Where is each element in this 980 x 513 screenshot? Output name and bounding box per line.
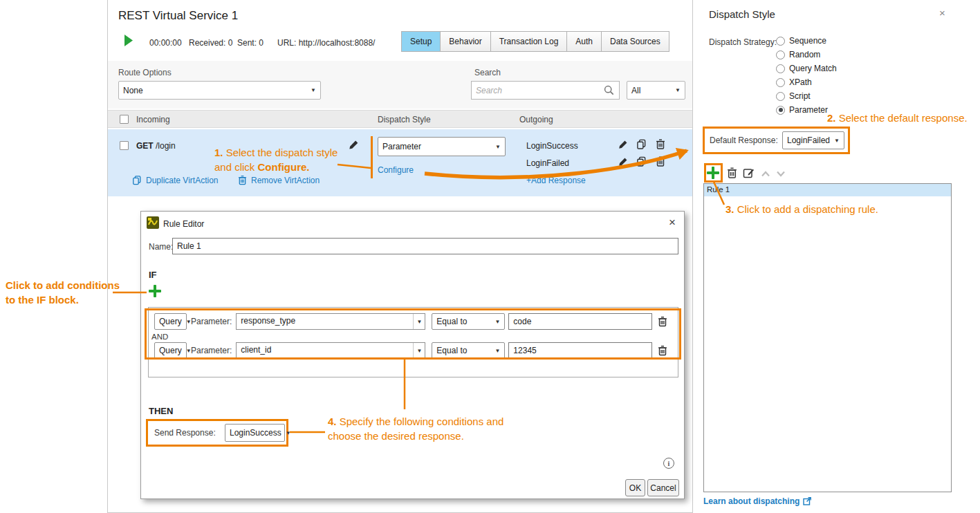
edit-response-button[interactable] xyxy=(618,140,628,149)
remove-virtaction-button[interactable]: Remove VirtAction xyxy=(238,175,320,185)
add-response-link[interactable]: +Add Response xyxy=(526,176,586,185)
operator-select[interactable]: Equal to ▼ xyxy=(432,342,505,359)
default-response-select[interactable]: LoginFailed ▼ xyxy=(782,131,844,149)
plus-icon xyxy=(707,167,719,179)
condition-source-select[interactable]: Query ▼ xyxy=(154,313,187,330)
strategy-option-random[interactable]: Random xyxy=(776,50,820,59)
edit-operation-button[interactable] xyxy=(349,140,359,150)
copy-response-button[interactable] xyxy=(636,139,647,149)
row-checkbox[interactable] xyxy=(120,141,129,150)
annotation-step2: 2. Select the default response. xyxy=(827,111,968,125)
column-dispatch-style: Dispatch Style xyxy=(378,115,431,124)
add-rule-button[interactable] xyxy=(707,167,719,179)
dispatch-style-panel: Dispatch Style × Dispatch Strategy: Sequ… xyxy=(694,0,980,513)
condition-row: Query ▼ Parameter: client_id ▼ Equal to … xyxy=(154,342,673,359)
edit-rule-button[interactable] xyxy=(743,167,755,178)
send-response-select[interactable]: LoginSuccess ▼ xyxy=(225,424,285,442)
parameter-combo[interactable]: client_id ▼ xyxy=(236,342,425,359)
chevron-down-icon: ▼ xyxy=(286,430,291,436)
rule-list-item[interactable]: Rule 1 xyxy=(704,184,951,196)
trash-icon xyxy=(656,139,665,149)
condition-source-select[interactable]: Query ▼ xyxy=(154,342,187,359)
copy-response-button[interactable] xyxy=(636,156,647,167)
copy-icon xyxy=(636,139,647,149)
default-response-label: Default Response: xyxy=(710,136,778,145)
delete-response-button[interactable] xyxy=(656,139,665,149)
dispatch-style-select[interactable]: Parameter ▼ xyxy=(378,137,506,156)
trash-icon xyxy=(727,167,737,178)
chevron-down-icon: ▼ xyxy=(413,343,425,358)
tab-auth[interactable]: Auth xyxy=(566,31,602,52)
delete-rule-button[interactable] xyxy=(727,167,737,178)
condition-value-input[interactable] xyxy=(508,342,652,359)
annotation-text: Specify the following conditions and xyxy=(337,416,504,427)
tab-behavior[interactable]: Behavior xyxy=(440,31,490,52)
rule-name-label: Name: xyxy=(149,242,173,252)
dispatch-style-value: Parameter xyxy=(382,142,421,151)
strategy-option-xpath[interactable]: XPath xyxy=(776,77,812,87)
if-block-label: IF xyxy=(149,270,157,280)
annotation-text: Select the default response. xyxy=(836,112,968,124)
edit-icon xyxy=(743,167,755,178)
radio-selected-icon xyxy=(776,106,785,115)
sent-count: Sent: 0 xyxy=(237,38,264,48)
duplicate-virtaction-button[interactable]: Duplicate VirtAction xyxy=(132,175,219,185)
search-icon[interactable] xyxy=(604,85,614,95)
tab-data-sources[interactable]: Data Sources xyxy=(601,31,669,52)
close-icon[interactable]: × xyxy=(669,216,676,230)
strategy-option-parameter[interactable]: Parameter xyxy=(776,105,828,115)
dispatch-rules-list: Rule 1 xyxy=(703,183,952,492)
delete-condition-button[interactable] xyxy=(658,316,667,327)
parameter-label: Parameter: xyxy=(191,346,232,355)
tab-setup[interactable]: Setup xyxy=(401,31,441,52)
delete-condition-button[interactable] xyxy=(658,345,667,356)
move-rule-up-button[interactable] xyxy=(761,171,770,177)
strategy-option-query-match[interactable]: Query Match xyxy=(776,64,837,73)
operator-select[interactable]: Equal to ▼ xyxy=(432,313,505,330)
configure-link[interactable]: Configure xyxy=(378,165,414,175)
move-rule-down-button[interactable] xyxy=(776,171,786,177)
response-login-failed: LoginFailed xyxy=(526,158,569,168)
rule-name-input[interactable] xyxy=(172,238,678,254)
close-icon[interactable]: × xyxy=(939,7,945,19)
virtaction-row[interactable]: GET /login Parameter ▼ Configure LoginSu… xyxy=(108,129,692,196)
add-condition-button[interactable] xyxy=(149,285,161,297)
strategy-option-script[interactable]: Script xyxy=(776,91,811,101)
search-scope-value: All xyxy=(631,86,640,95)
tab-transaction-log[interactable]: Transaction Log xyxy=(490,31,568,52)
http-method: GET xyxy=(136,141,154,151)
conditions-container: Query ▼ Parameter: response_type ▼ Equal… xyxy=(148,307,678,377)
chevron-down-icon: ▼ xyxy=(834,138,840,144)
annotation-step4: 4. Specify the following conditions and … xyxy=(328,414,503,443)
condition-value-input[interactable] xyxy=(508,313,652,330)
search-input[interactable] xyxy=(471,81,620,100)
search-scope-select[interactable]: All ▼ xyxy=(627,81,685,100)
annotation-text: Select the dispatch style xyxy=(223,147,338,158)
parameter-value: client_id xyxy=(237,343,413,358)
pencil-icon xyxy=(349,140,359,150)
edit-response-button[interactable] xyxy=(618,157,628,167)
delete-response-button[interactable] xyxy=(656,156,665,167)
operator-value: Equal to xyxy=(436,346,467,355)
info-icon[interactable]: i xyxy=(663,458,674,469)
page-title: REST Virtual Service 1 xyxy=(118,9,238,23)
strategy-label: Parameter xyxy=(789,105,828,115)
annotation-number: 1. xyxy=(214,147,223,158)
annotation-text: Click to add conditions xyxy=(6,278,120,292)
run-service-button[interactable] xyxy=(124,35,133,46)
dialog-title: Rule Editor xyxy=(163,219,204,229)
select-all-checkbox[interactable] xyxy=(120,115,129,124)
annotation-number: 2. xyxy=(827,112,836,124)
chevron-down-icon: ▼ xyxy=(494,348,500,354)
learn-about-dispatching-link[interactable]: Learn about dispatching xyxy=(703,496,811,506)
parameter-value: response_type xyxy=(237,314,413,329)
strategy-option-sequence[interactable]: Sequence xyxy=(776,36,826,46)
screen: REST Virtual Service 1 00:00:00 Received… xyxy=(0,0,980,513)
cancel-button[interactable]: Cancel xyxy=(647,479,679,496)
route-options-select[interactable]: None ▼ xyxy=(118,81,321,100)
ok-button[interactable]: OK xyxy=(625,479,645,496)
radio-icon xyxy=(776,64,785,73)
column-incoming: Incoming xyxy=(136,115,170,124)
annotation-step3: 3. Click to add a dispatching rule. xyxy=(725,202,878,216)
parameter-combo[interactable]: response_type ▼ xyxy=(236,313,425,330)
